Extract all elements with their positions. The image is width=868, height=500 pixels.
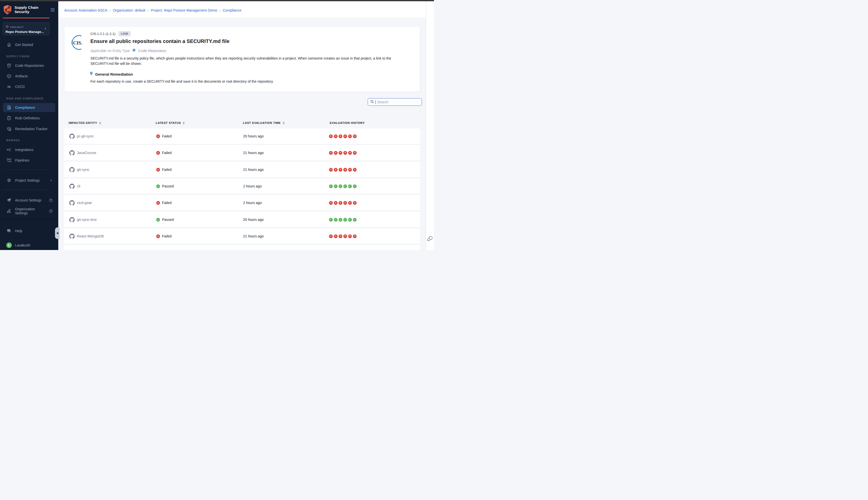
column-header-latest-status[interactable]: LATEST STATUS	[156, 120, 185, 125]
table-row[interactable]: git-sync Failed 21 hours ago	[64, 162, 420, 178]
sidebar-item-label: Account Settings	[15, 198, 42, 202]
sidebar-item-cicd[interactable]: ∞ CI/CD	[3, 82, 55, 91]
sidebar-item-integrations[interactable]: Integrations	[3, 145, 55, 154]
column-header-last-evaluation-time[interactable]: LAST EVALUATION TIME	[243, 120, 285, 125]
sidebar-item-account-settings[interactable]: Account Settings	[3, 196, 55, 205]
sidebar-item-code-repositories[interactable]: Code Repositories	[3, 61, 55, 70]
clipboard-check-icon	[6, 116, 12, 121]
table-row[interactable]: cli Passed 2 hours ago	[64, 178, 420, 194]
history-fail-icon	[338, 235, 342, 238]
breadcrumb-organization[interactable]: Organization: default	[113, 8, 146, 12]
history-fail-icon	[329, 134, 333, 138]
entity-name-link[interactable]: git-sync-test	[77, 218, 96, 221]
artifacts-box-icon	[6, 73, 12, 79]
chevron-left-icon	[57, 232, 58, 235]
project-label: PROJECT	[10, 26, 24, 29]
module-grid-icon[interactable]	[49, 7, 56, 13]
info-icon[interactable]	[49, 209, 53, 213]
status-label: Passed	[162, 184, 174, 188]
breadcrumb: Account: Automation-SSCA › Organization:…	[64, 8, 241, 12]
section-risk-and-compliance: RISK AND COMPLIANCE	[6, 97, 44, 100]
sidebar-item-rule-definitions[interactable]: Rule Definitions	[3, 114, 55, 123]
last-evaluation-time: 2 hours ago	[243, 178, 262, 194]
brand-accent-rule	[3, 18, 49, 18]
breadcrumb-bar: Account: Automation-SSCA › Organization:…	[58, 1, 426, 17]
table-row[interactable]: cicd-goat Failed 2 hours ago	[64, 195, 420, 211]
search-input[interactable]	[377, 100, 417, 104]
column-header-impacted-entity[interactable]: IMPACTED ENTITY	[69, 120, 101, 125]
history-fail-icon	[353, 235, 357, 238]
history-pass-icon	[343, 184, 347, 188]
history-pass-icon	[348, 218, 352, 221]
help-chat-icon: ?	[6, 228, 12, 234]
table-row[interactable]: Passed	[64, 245, 420, 250]
sidebar-item-pipelines[interactable]: Pipelines	[3, 156, 55, 165]
entity-name-link[interactable]: React-MongoDB	[77, 234, 104, 238]
evaluation-history	[329, 195, 357, 211]
status-icon	[156, 151, 160, 155]
history-fail-icon	[338, 134, 342, 138]
last-evaluation-time: 20 hours ago	[243, 212, 264, 227]
github-icon	[69, 167, 74, 172]
code-repository-diamond-icon: ‹/›	[132, 48, 136, 53]
history-fail-icon	[348, 134, 352, 138]
sidebar-item-get-started[interactable]: Get Started	[3, 40, 55, 49]
status-icon	[156, 235, 160, 238]
sidebar-item-help[interactable]: ? Help	[3, 226, 55, 236]
infinity-icon: ∞	[6, 84, 12, 89]
sidebar-item-label: Code Repositories	[15, 64, 44, 68]
history-pass-icon	[334, 184, 338, 188]
sidebar-item-label: CI/CD	[15, 85, 25, 89]
status-icon	[156, 201, 160, 205]
sidebar-item-organization-settings[interactable]: Organization Settings	[3, 206, 55, 216]
history-fail-icon	[348, 201, 352, 205]
table-row[interactable]: JavaCourse Failed 21 hours ago	[64, 145, 420, 161]
history-fail-icon	[348, 235, 352, 238]
remediation-text: For each repository in use, create a SEC…	[90, 79, 274, 83]
applicable-label: Applicable on Entity Type	[90, 49, 130, 53]
gear-icon: ⚙	[6, 178, 12, 183]
section-supply-chain: SUPPLY CHAIN	[6, 55, 30, 58]
info-icon[interactable]	[49, 198, 53, 202]
entity-name-link[interactable]: git-sync	[77, 168, 90, 172]
history-fail-icon	[353, 151, 357, 155]
history-fail-icon	[334, 151, 338, 155]
sidebar-collapse-handle[interactable]	[55, 227, 59, 239]
chat-feedback-icon[interactable]	[427, 236, 433, 243]
project-cube-icon	[5, 25, 9, 29]
column-header-evaluation-history: EVALUATION HISTORY	[330, 120, 365, 125]
table-row[interactable]: React-MongoDB Failed 21 hours ago	[64, 228, 420, 244]
entity-name-link[interactable]: JavaCourse	[77, 151, 96, 155]
search-icon	[370, 100, 374, 104]
project-selector[interactable]: PROJECT Repo Posture Manage...	[3, 22, 49, 35]
table-row[interactable]: pr-git-sync Failed 20 hours ago	[64, 128, 420, 144]
sidebar-item-label: Help	[15, 229, 22, 233]
latest-status: Passed	[156, 212, 174, 227]
sidebar-item-remediation-tracker[interactable]: Remediation Tracker	[3, 124, 55, 134]
sidebar-item-label: Get Started	[15, 43, 33, 47]
entity-name-link[interactable]: cli	[77, 184, 80, 188]
sidebar-item-user[interactable]: L Lavakush	[3, 241, 55, 250]
history-fail-icon	[343, 151, 347, 155]
github-icon	[69, 184, 74, 189]
sidebar-item-label: Project Settings	[15, 178, 40, 182]
org-chart-gear-icon	[6, 208, 12, 214]
table-row[interactable]: git-sync-test Passed 20 hours ago	[64, 212, 420, 227]
last-evaluation-time: 2 hours ago	[243, 195, 262, 211]
history-fail-icon	[334, 134, 338, 138]
entity-name-link[interactable]: cicd-goat	[77, 201, 92, 205]
rule-title: Ensure all public repositories contain a…	[90, 38, 230, 44]
github-icon	[69, 134, 74, 139]
sidebar-item-project-settings[interactable]: ⚙ Project Settings	[3, 176, 55, 185]
entity-type-label: Code Repository	[138, 48, 166, 53]
sidebar-item-compliance[interactable]: Compliance	[3, 103, 55, 112]
breadcrumb-project[interactable]: Project: Repo Posture Management Demo	[151, 8, 217, 12]
sidebar-item-artifacts[interactable]: Artifacts	[3, 72, 55, 81]
breadcrumb-compliance[interactable]: Compliance	[223, 8, 241, 12]
entity-name-link[interactable]: pr-git-sync	[77, 134, 94, 138]
evaluation-history	[329, 145, 357, 161]
history-pass-icon	[329, 184, 333, 188]
breadcrumb-account[interactable]: Account: Automation-SSCA	[64, 8, 107, 12]
sort-icon	[99, 121, 101, 125]
status-label: Failed	[162, 201, 172, 205]
